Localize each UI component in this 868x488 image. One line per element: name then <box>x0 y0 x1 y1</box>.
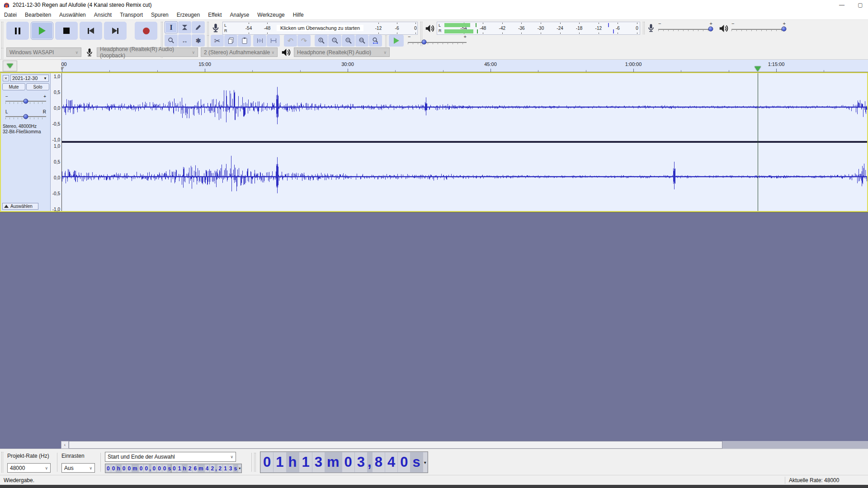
play-button[interactable] <box>31 22 53 40</box>
time-toolbar-grip[interactable] <box>254 453 256 472</box>
time-digit[interactable]: 0 <box>144 465 149 472</box>
mute-button[interactable]: Mute <box>2 83 25 90</box>
time-digit[interactable]: 2 <box>210 465 215 472</box>
mixer-toolbar-grip[interactable] <box>643 22 645 34</box>
pause-button[interactable] <box>6 22 29 40</box>
stop-button[interactable] <box>55 22 78 40</box>
vertical-scale-ruler[interactable]: 1,00,50,0-0,5-1,01,00,50,0-0,5-1,0 <box>51 73 62 211</box>
selection-toolbar-grip[interactable] <box>1 452 3 473</box>
gain-slider[interactable]: − + <box>5 97 46 104</box>
minimize-button[interactable]: — <box>834 0 849 10</box>
waveform-channel-left[interactable] <box>62 73 867 141</box>
time-digit[interactable]: 1 <box>274 452 286 472</box>
menu-werkzeuge[interactable]: Werkzeuge <box>253 11 288 19</box>
time-digit[interactable]: 0 <box>162 465 167 472</box>
playback-device-select[interactable]: Headphone (Realtek(R) Audio)∨ <box>294 47 390 57</box>
recording-meter[interactable]: LR -54-48-12-60 Klicken um Überwachung z… <box>222 22 418 35</box>
selection-tool-button[interactable]: I <box>165 21 178 33</box>
menu-bearbeiten[interactable]: Bearbeiten <box>21 11 55 19</box>
skip-to-end-button[interactable] <box>104 22 127 40</box>
scrollbar-thumb[interactable] <box>69 441 722 449</box>
multi-tool-button[interactable]: ✱ <box>192 34 205 47</box>
timeline-playhead-marker[interactable] <box>755 66 761 71</box>
solo-button[interactable]: Solo <box>26 83 49 90</box>
time-digit[interactable]: 0 <box>139 465 144 472</box>
menu-analyse[interactable]: Analyse <box>226 11 254 19</box>
menu-ansicht[interactable]: Ansicht <box>90 11 116 19</box>
time-digit[interactable]: 3 <box>355 452 367 472</box>
audio-position-display[interactable]: 01h13m03,840s▾ <box>260 451 428 473</box>
selection-end-field[interactable]: 01h26m42,213s▾ <box>171 464 242 473</box>
time-unit[interactable]: , <box>149 464 151 473</box>
zoom-tool-button[interactable] <box>165 34 178 47</box>
track-name-menu[interactable]: 2021-12-30 ▼ <box>10 75 49 82</box>
playback-volume-thumb[interactable] <box>782 27 787 32</box>
envelope-tool-button[interactable] <box>178 21 191 33</box>
menu-hilfe[interactable]: Hilfe <box>289 11 308 19</box>
selection-mode-select[interactable]: Start und Ende der Auswahl∨ <box>105 452 236 462</box>
time-digit[interactable]: 1 <box>223 465 228 472</box>
menu-transport[interactable]: Transport <box>116 11 147 19</box>
play-speed-slider[interactable]: − + <box>408 39 467 45</box>
time-field-menu-arrow[interactable]: ▾ <box>423 452 427 472</box>
gain-thumb[interactable] <box>24 99 28 104</box>
device-toolbar-grip[interactable] <box>1 48 3 59</box>
recording-device-select[interactable]: Headphone (Realtek(R) Audio) (loopback)∨ <box>97 47 198 57</box>
time-digit[interactable]: 3 <box>228 465 233 472</box>
time-digit[interactable]: 0 <box>261 452 273 472</box>
skip-to-start-button[interactable] <box>80 22 102 40</box>
menu-auswhlen[interactable]: Auswählen <box>55 11 90 19</box>
time-digit[interactable]: 0 <box>172 465 177 472</box>
time-unit[interactable]: h <box>286 452 299 473</box>
timeline-ruler[interactable]: 0:0015:0030:0045:001:00:001:15:00 <box>61 60 868 72</box>
track-close-button[interactable]: × <box>3 75 9 81</box>
time-unit[interactable]: s <box>410 452 422 473</box>
menu-effekt[interactable]: Effekt <box>204 11 226 19</box>
edit-toolbar-grip[interactable] <box>207 35 209 47</box>
recording-channels-select[interactable]: 2 (Stereo) Aufnahmekanäle∨ <box>201 47 278 57</box>
time-digit[interactable]: 0 <box>157 465 162 472</box>
maximize-button[interactable]: ▢ <box>853 0 868 10</box>
play-speed-thumb[interactable] <box>422 40 427 45</box>
time-unit[interactable]: h <box>182 464 187 473</box>
audio-host-select[interactable]: Windows WASAPI∨ <box>6 47 81 57</box>
zoom-toggle-button[interactable] <box>369 35 382 47</box>
pan-slider[interactable]: L R <box>5 112 46 119</box>
menu-datei[interactable]: Datei <box>0 11 21 19</box>
time-unit[interactable]: , <box>215 464 217 473</box>
time-unit[interactable]: m <box>198 464 204 473</box>
project-rate-select[interactable]: 48000∨ <box>7 463 51 473</box>
track-collapse-button[interactable]: Auswählen <box>2 203 38 210</box>
record-volume-thumb[interactable] <box>708 27 713 32</box>
time-digit[interactable]: 0 <box>398 452 410 472</box>
time-digit[interactable]: 2 <box>188 465 193 472</box>
record-button[interactable] <box>135 22 157 40</box>
waveform-channel-right[interactable] <box>62 143 867 211</box>
time-unit[interactable]: s <box>233 464 238 473</box>
record-volume-slider[interactable]: − + <box>658 26 712 32</box>
scrollbar-track[interactable] <box>69 441 868 449</box>
time-digit[interactable]: 8 <box>373 452 385 472</box>
zoom-to-selection-button[interactable] <box>342 35 355 47</box>
pinned-play-head-button[interactable] <box>3 61 17 71</box>
copy-button[interactable] <box>224 35 237 47</box>
time-unit[interactable]: h <box>116 464 121 473</box>
time-digit[interactable]: 3 <box>312 452 325 472</box>
play-at-speed-grip[interactable] <box>385 35 387 47</box>
selection-start-field[interactable]: 00h00m00,000s▾ <box>105 464 176 473</box>
paste-button[interactable] <box>238 35 251 47</box>
time-field-menu-arrow[interactable]: ▾ <box>238 465 241 472</box>
trim-outside-selection-button[interactable] <box>253 35 266 47</box>
time-digit[interactable]: 0 <box>342 452 354 472</box>
silence-selection-button[interactable] <box>267 35 280 47</box>
pan-thumb[interactable] <box>24 114 28 119</box>
time-digit[interactable]: 2 <box>217 465 222 472</box>
time-unit[interactable]: , <box>367 452 372 473</box>
time-unit[interactable]: m <box>132 464 138 473</box>
time-digit[interactable]: 6 <box>193 465 198 472</box>
menu-erzeugen[interactable]: Erzeugen <box>173 11 204 19</box>
time-digit[interactable]: 1 <box>177 465 182 472</box>
scroll-left-button[interactable]: ‹ <box>61 441 69 449</box>
time-unit[interactable]: m <box>325 452 342 473</box>
time-digit[interactable]: 0 <box>106 465 111 472</box>
